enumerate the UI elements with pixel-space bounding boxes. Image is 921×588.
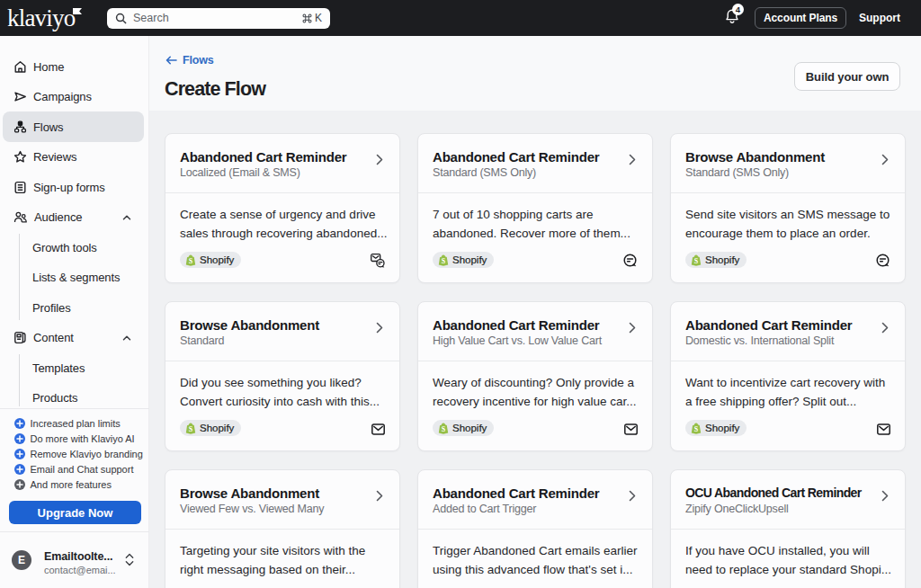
svg-text:S: S	[442, 424, 446, 432]
svg-text:S: S	[694, 424, 699, 432]
svg-text:S: S	[189, 256, 193, 264]
svg-text:S: S	[694, 256, 699, 264]
svg-text:S: S	[189, 424, 193, 432]
svg-text:S: S	[442, 256, 446, 264]
